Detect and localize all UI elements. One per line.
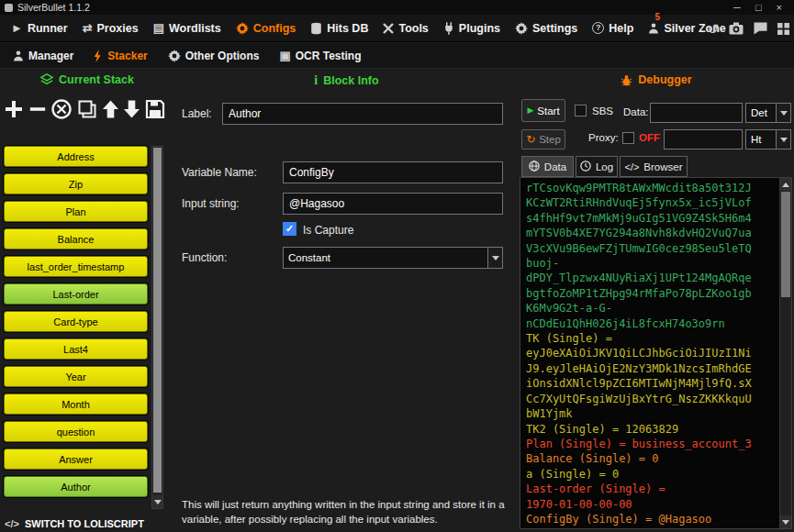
debugger-panel: Debugger ▶ Start SBS Data: Det ↻ Step Pr…: [519, 69, 794, 532]
close-button[interactable]: ×: [777, 3, 782, 13]
stack-block-question[interactable]: question: [4, 421, 148, 442]
variable-name-input[interactable]: [283, 161, 503, 183]
menu-item-hits-db[interactable]: Hits DB: [303, 18, 375, 39]
scroll-down-button[interactable]: [152, 495, 162, 508]
stack-block-answer[interactable]: Answer: [4, 449, 148, 470]
stack-block-author[interactable]: Author: [4, 476, 148, 497]
chevron-up-icon: [782, 183, 789, 187]
data-label: Data:: [623, 106, 649, 117]
tab-browser[interactable]: </>Browser: [620, 156, 688, 177]
menu-item-tools[interactable]: Tools: [375, 18, 435, 39]
sub-menu: ManagerStackerOther Options▣OCR Testing: [0, 43, 794, 69]
save-config-button[interactable]: [145, 99, 165, 119]
app-logo-icon: [5, 4, 13, 12]
menu-item-wordlists[interactable]: ▤Wordlists: [146, 18, 229, 39]
debugger-title: Debugger: [638, 73, 691, 86]
log-line: TK2 (Single) = 12063829: [526, 422, 776, 437]
function-value: Constant: [284, 252, 487, 263]
menu-item-help[interactable]: ?Help: [585, 18, 641, 39]
move-up-button[interactable]: [102, 99, 119, 119]
proxy-checkbox[interactable]: [622, 132, 634, 144]
chevron-down-icon[interactable]: [776, 130, 790, 149]
data-input[interactable]: [650, 103, 743, 123]
stack-block-address[interactable]: Address: [4, 146, 148, 167]
stack-block-zip[interactable]: Zip: [4, 173, 148, 194]
log-line: J9.eyJleHAiOjE2NzY3MDk1NzcsImRhdGE: [526, 361, 776, 376]
titlebar: SilverBullet 1.1.2 ─ □ ×: [0, 0, 794, 15]
minimize-button[interactable]: ─: [733, 3, 741, 13]
tab-log[interactable]: Log: [576, 156, 618, 177]
tab-data[interactable]: Data: [521, 156, 574, 177]
camera-icon[interactable]: [729, 22, 744, 35]
label-input[interactable]: [222, 103, 503, 125]
stack-block-plan[interactable]: Plan: [4, 201, 148, 222]
menu-item-other-options[interactable]: Other Options: [161, 46, 267, 66]
menu-item-label: Stacker: [107, 50, 147, 62]
menu-item-ocr-testing[interactable]: ▣OCR Testing: [272, 46, 368, 66]
stack-scrollbar[interactable]: [151, 146, 163, 509]
stack-panel: Current Stack AddressZipPlanBalancelast_…: [0, 69, 174, 532]
maximize-button[interactable]: □: [755, 3, 762, 13]
stack-block-year[interactable]: Year: [4, 366, 148, 387]
apps-icon[interactable]: [777, 23, 789, 35]
stack-block-card-type[interactable]: Card-type: [4, 311, 148, 332]
is-capture-label: Is Capture: [303, 224, 353, 237]
chat-icon[interactable]: [754, 22, 767, 35]
menu-item-proxies[interactable]: ⇄Proxies: [75, 18, 146, 39]
proxy-type-select[interactable]: Ht: [745, 129, 791, 150]
add-block-button[interactable]: [4, 99, 24, 119]
scroll-up-button[interactable]: [780, 178, 791, 191]
log-line: K6Mv9G2t-a-G-: [526, 301, 776, 316]
stack-block-last-order[interactable]: Last-order: [4, 283, 148, 305]
menu-item-configs[interactable]: Configs: [229, 18, 304, 39]
stack-block-last4[interactable]: Last4: [4, 338, 148, 360]
save-icon: [145, 99, 165, 119]
is-capture-checkbox[interactable]: [283, 222, 296, 236]
proxy-input[interactable]: [664, 129, 743, 150]
scroll-down-button[interactable]: [780, 515, 791, 528]
menu-item-settings[interactable]: Settings: [508, 18, 585, 39]
proxy-label: Proxy:: [588, 132, 619, 143]
log-line: nCDdEu1QhH026j4iL8fcxH74o3o9rn: [526, 316, 776, 331]
menu-item-label: Configs: [253, 22, 296, 35]
log-line: Last-order (Single) =: [526, 482, 776, 496]
sbs-checkbox[interactable]: [575, 105, 587, 116]
menu-item-plugins[interactable]: Plugins: [436, 18, 508, 39]
gear-icon: [168, 50, 181, 62]
wordlist-type-select[interactable]: Det: [745, 103, 791, 123]
disable-block-button[interactable]: [50, 98, 73, 120]
chevron-down-icon: [154, 500, 162, 504]
tab-label: Log: [596, 161, 613, 172]
scrollbar-thumb[interactable]: [153, 148, 162, 493]
menu-item-manager[interactable]: Manager: [6, 46, 81, 66]
chevron-down-icon[interactable]: [487, 248, 502, 268]
clone-block-button[interactable]: [77, 99, 97, 119]
step-button[interactable]: ↻ Step: [521, 129, 565, 150]
input-string-input[interactable]: [283, 193, 503, 215]
menu-item-stacker[interactable]: Stacker: [86, 46, 154, 66]
menu-right-icons: ↺: [707, 15, 789, 42]
stack-icon: [40, 73, 53, 86]
menu-item-label: Settings: [532, 22, 577, 35]
menu-item-runner[interactable]: ►Runner: [4, 18, 75, 39]
history-icon[interactable]: ↺: [707, 22, 719, 36]
remove-block-button[interactable]: [28, 99, 47, 119]
switch-to-loliscript-button[interactable]: </> SWITCH TO LOLISCRIPT: [5, 518, 144, 529]
stack-block-month[interactable]: Month: [4, 393, 148, 415]
stack-block-balance[interactable]: Balance: [4, 228, 148, 249]
log-line: ConfigBy (Single) = @Hagasoo: [526, 512, 776, 526]
scrollbar-thumb[interactable]: [781, 192, 790, 297]
log-scrollbar[interactable]: [779, 178, 791, 528]
log-line: a (Single) = 0: [526, 467, 776, 482]
tab-label: Data: [544, 161, 566, 172]
gear-icon: [236, 22, 249, 35]
clock-icon: [580, 161, 591, 173]
start-button[interactable]: ▶ Start: [521, 99, 565, 122]
log-line: bW1Yjmk: [526, 406, 776, 421]
stack-block-last-order-timestamp[interactable]: last_order_timestamp: [4, 256, 148, 277]
chevron-down-icon[interactable]: [776, 104, 790, 122]
move-down-button[interactable]: [123, 99, 140, 119]
log-line: s4fhHf9vt7mMkMj9uGIg51VG9Z4Sk5H6m4: [526, 211, 776, 226]
function-select[interactable]: Constant: [283, 247, 503, 269]
proxies-icon: ⇄: [83, 22, 93, 34]
